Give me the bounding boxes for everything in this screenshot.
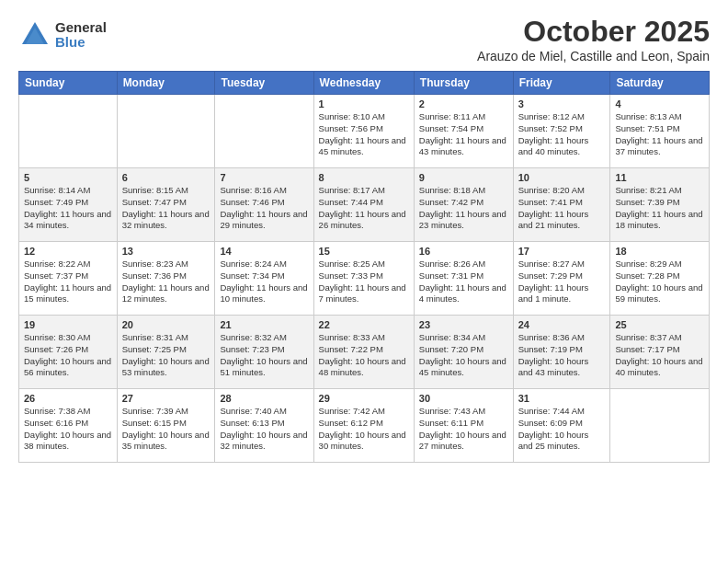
- day-info: Sunrise: 8:37 AM Sunset: 7:17 PM Dayligh…: [615, 332, 704, 379]
- calendar-cell: 27Sunrise: 7:39 AM Sunset: 6:15 PM Dayli…: [117, 389, 215, 463]
- calendar-cell: 15Sunrise: 8:25 AM Sunset: 7:33 PM Dayli…: [313, 242, 414, 316]
- day-number: 7: [220, 172, 308, 183]
- calendar-cell: 6Sunrise: 8:15 AM Sunset: 7:47 PM Daylig…: [117, 168, 215, 242]
- day-info: Sunrise: 8:30 AM Sunset: 7:26 PM Dayligh…: [24, 332, 112, 379]
- calendar-week-row: 19Sunrise: 8:30 AM Sunset: 7:26 PM Dayli…: [19, 316, 710, 389]
- weekday-header-friday: Friday: [513, 72, 610, 95]
- day-info: Sunrise: 7:44 AM Sunset: 6:09 PM Dayligh…: [518, 406, 606, 453]
- calendar-cell: [215, 95, 313, 168]
- calendar-cell: 1Sunrise: 8:10 AM Sunset: 7:56 PM Daylig…: [313, 95, 414, 168]
- day-number: 15: [319, 246, 409, 257]
- calendar-week-row: 5Sunrise: 8:14 AM Sunset: 7:49 PM Daylig…: [19, 168, 710, 242]
- calendar-cell: 22Sunrise: 8:33 AM Sunset: 7:22 PM Dayli…: [313, 316, 414, 389]
- calendar-cell: 30Sunrise: 7:43 AM Sunset: 6:11 PM Dayli…: [414, 389, 513, 463]
- day-info: Sunrise: 8:33 AM Sunset: 7:22 PM Dayligh…: [319, 332, 409, 379]
- day-info: Sunrise: 8:14 AM Sunset: 7:49 PM Dayligh…: [24, 185, 112, 232]
- calendar-cell: 3Sunrise: 8:12 AM Sunset: 7:52 PM Daylig…: [513, 95, 610, 168]
- calendar-cell: [19, 95, 118, 168]
- calendar-cell: 7Sunrise: 8:16 AM Sunset: 7:46 PM Daylig…: [215, 168, 313, 242]
- day-number: 25: [615, 319, 704, 330]
- calendar-cell: 16Sunrise: 8:26 AM Sunset: 7:31 PM Dayli…: [414, 242, 513, 316]
- day-number: 14: [220, 246, 308, 257]
- day-info: Sunrise: 8:34 AM Sunset: 7:20 PM Dayligh…: [419, 332, 508, 379]
- month-title: October 2025: [477, 15, 710, 49]
- weekday-header-thursday: Thursday: [414, 72, 513, 95]
- day-info: Sunrise: 8:32 AM Sunset: 7:23 PM Dayligh…: [220, 332, 308, 379]
- day-number: 9: [419, 172, 508, 183]
- day-number: 31: [518, 393, 606, 404]
- calendar-cell: 18Sunrise: 8:29 AM Sunset: 7:28 PM Dayli…: [610, 242, 710, 316]
- day-number: 1: [319, 98, 409, 109]
- day-number: 21: [220, 319, 308, 330]
- calendar-cell: 23Sunrise: 8:34 AM Sunset: 7:20 PM Dayli…: [414, 316, 513, 389]
- weekday-header-row: SundayMondayTuesdayWednesdayThursdayFrid…: [19, 72, 710, 95]
- calendar-cell: 29Sunrise: 7:42 AM Sunset: 6:12 PM Dayli…: [313, 389, 414, 463]
- calendar-cell: 20Sunrise: 8:31 AM Sunset: 7:25 PM Dayli…: [117, 316, 215, 389]
- calendar-cell: 28Sunrise: 7:40 AM Sunset: 6:13 PM Dayli…: [215, 389, 313, 463]
- day-number: 17: [518, 246, 606, 257]
- calendar-cell: 11Sunrise: 8:21 AM Sunset: 7:39 PM Dayli…: [610, 168, 710, 242]
- calendar-cell: 17Sunrise: 8:27 AM Sunset: 7:29 PM Dayli…: [513, 242, 610, 316]
- day-number: 23: [419, 319, 508, 330]
- title-block: October 2025 Arauzo de Miel, Castille an…: [477, 15, 710, 63]
- day-number: 4: [615, 98, 704, 109]
- day-number: 5: [24, 172, 112, 183]
- day-info: Sunrise: 8:27 AM Sunset: 7:29 PM Dayligh…: [518, 259, 606, 305]
- day-number: 27: [122, 393, 210, 404]
- logo-general-label: General: [55, 20, 107, 36]
- day-info: Sunrise: 8:24 AM Sunset: 7:34 PM Dayligh…: [220, 259, 308, 305]
- day-info: Sunrise: 8:26 AM Sunset: 7:31 PM Dayligh…: [419, 259, 508, 305]
- calendar-cell: 14Sunrise: 8:24 AM Sunset: 7:34 PM Dayli…: [215, 242, 313, 316]
- logo-text: General Blue: [55, 20, 107, 51]
- day-number: 13: [122, 246, 210, 257]
- day-number: 24: [518, 319, 606, 330]
- day-info: Sunrise: 8:11 AM Sunset: 7:54 PM Dayligh…: [419, 111, 508, 158]
- day-info: Sunrise: 8:15 AM Sunset: 7:47 PM Dayligh…: [122, 185, 210, 232]
- header: General Blue October 2025 Arauzo de Miel…: [18, 15, 710, 63]
- calendar-cell: [117, 95, 215, 168]
- calendar-week-row: 26Sunrise: 7:38 AM Sunset: 6:16 PM Dayli…: [19, 389, 710, 463]
- day-number: 26: [24, 393, 112, 404]
- day-info: Sunrise: 8:25 AM Sunset: 7:33 PM Dayligh…: [319, 259, 409, 305]
- day-info: Sunrise: 8:10 AM Sunset: 7:56 PM Dayligh…: [319, 111, 409, 158]
- day-info: Sunrise: 8:12 AM Sunset: 7:52 PM Dayligh…: [518, 111, 606, 158]
- day-info: Sunrise: 8:36 AM Sunset: 7:19 PM Dayligh…: [518, 332, 606, 379]
- day-number: 6: [122, 172, 210, 183]
- day-info: Sunrise: 8:18 AM Sunset: 7:42 PM Dayligh…: [419, 185, 508, 232]
- day-number: 20: [122, 319, 210, 330]
- day-info: Sunrise: 8:21 AM Sunset: 7:39 PM Dayligh…: [615, 185, 704, 232]
- calendar-cell: 12Sunrise: 8:22 AM Sunset: 7:37 PM Dayli…: [19, 242, 118, 316]
- logo-icon: [18, 18, 51, 52]
- calendar-cell: 4Sunrise: 8:13 AM Sunset: 7:51 PM Daylig…: [610, 95, 710, 168]
- day-info: Sunrise: 8:17 AM Sunset: 7:44 PM Dayligh…: [319, 185, 409, 232]
- day-info: Sunrise: 7:39 AM Sunset: 6:15 PM Dayligh…: [122, 406, 210, 453]
- weekday-header-monday: Monday: [117, 72, 215, 95]
- calendar-cell: 19Sunrise: 8:30 AM Sunset: 7:26 PM Dayli…: [19, 316, 118, 389]
- calendar-cell: 26Sunrise: 7:38 AM Sunset: 6:16 PM Dayli…: [19, 389, 118, 463]
- page: General Blue October 2025 Arauzo de Miel…: [0, 0, 728, 477]
- day-number: 12: [24, 246, 112, 257]
- weekday-header-sunday: Sunday: [19, 72, 118, 95]
- weekday-header-wednesday: Wednesday: [313, 72, 414, 95]
- calendar-cell: 10Sunrise: 8:20 AM Sunset: 7:41 PM Dayli…: [513, 168, 610, 242]
- calendar-week-row: 12Sunrise: 8:22 AM Sunset: 7:37 PM Dayli…: [19, 242, 710, 316]
- day-number: 8: [319, 172, 409, 183]
- calendar-cell: 13Sunrise: 8:23 AM Sunset: 7:36 PM Dayli…: [117, 242, 215, 316]
- weekday-header-saturday: Saturday: [610, 72, 710, 95]
- day-info: Sunrise: 8:22 AM Sunset: 7:37 PM Dayligh…: [24, 259, 112, 305]
- day-info: Sunrise: 7:38 AM Sunset: 6:16 PM Dayligh…: [24, 406, 112, 453]
- day-number: 22: [319, 319, 409, 330]
- day-info: Sunrise: 8:29 AM Sunset: 7:28 PM Dayligh…: [615, 259, 704, 305]
- day-info: Sunrise: 8:16 AM Sunset: 7:46 PM Dayligh…: [220, 185, 308, 232]
- day-number: 29: [319, 393, 409, 404]
- day-number: 10: [518, 172, 606, 183]
- calendar-week-row: 1Sunrise: 8:10 AM Sunset: 7:56 PM Daylig…: [19, 95, 710, 168]
- day-number: 28: [220, 393, 308, 404]
- calendar-cell: 2Sunrise: 8:11 AM Sunset: 7:54 PM Daylig…: [414, 95, 513, 168]
- day-info: Sunrise: 7:42 AM Sunset: 6:12 PM Dayligh…: [319, 406, 409, 453]
- calendar-cell: 31Sunrise: 7:44 AM Sunset: 6:09 PM Dayli…: [513, 389, 610, 463]
- logo-blue-label: Blue: [55, 35, 107, 51]
- location-subtitle: Arauzo de Miel, Castille and Leon, Spain: [477, 49, 710, 63]
- day-info: Sunrise: 7:40 AM Sunset: 6:13 PM Dayligh…: [220, 406, 308, 453]
- calendar-table: SundayMondayTuesdayWednesdayThursdayFrid…: [18, 71, 710, 463]
